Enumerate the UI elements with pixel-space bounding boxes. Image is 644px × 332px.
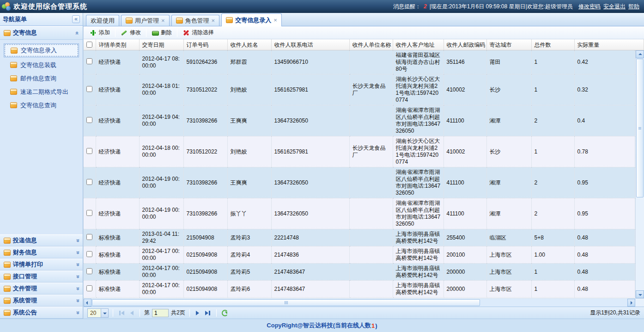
- table-row[interactable]: 经济快递2012-04-18 01:00:007310512022刘艳姣1561…: [84, 74, 635, 105]
- row-checkbox[interactable]: [86, 117, 92, 123]
- sidebar-section-4[interactable]: 详情单打印«: [0, 258, 83, 271]
- table-row[interactable]: 经济快递2012-04-19 00:00:007310398266王爽爽1364…: [84, 167, 635, 198]
- cell-destination-city: 长沙: [486, 136, 531, 167]
- sidebar-section-7[interactable]: 系统管理«: [0, 295, 83, 307]
- first-page-button[interactable]: [117, 311, 126, 315]
- cell-company-name: [349, 281, 393, 298]
- copyright-suffix: ): [375, 322, 377, 329]
- column-customer-address[interactable]: 收件人客户地址: [393, 39, 444, 50]
- sidebar-item[interactable]: 邮件信息查询: [0, 72, 83, 85]
- row-checkbox[interactable]: [86, 210, 92, 216]
- column-postal-code[interactable]: 收件人邮政编码: [444, 39, 486, 50]
- cell-post-date: 2012-04-17 08:00:00: [139, 50, 183, 74]
- vertical-scrollbar-thumb[interactable]: [636, 59, 644, 197]
- column-recipient-phone[interactable]: 收件人联系电话: [271, 39, 349, 50]
- help-link[interactable]: 帮助: [628, 3, 639, 10]
- vertical-scrollbar[interactable]: [635, 50, 644, 298]
- chevron-double-up-icon[interactable]: «: [74, 31, 81, 34]
- sidebar-section-5[interactable]: 接口管理«: [0, 271, 83, 283]
- column-category[interactable]: 详情单类别: [96, 39, 139, 50]
- cell-company-name: [349, 50, 393, 74]
- cell-total-count: 2: [531, 198, 574, 229]
- page-size-select[interactable]: 20: [87, 308, 109, 318]
- row-checkbox[interactable]: [86, 251, 92, 257]
- horizontal-scrollbar[interactable]: [84, 298, 635, 307]
- row-checkbox[interactable]: [86, 148, 92, 154]
- topbar: 欢迎使用综合管理系统 消息提醒： 2 |现在是:2013年1月6日 09:59:…: [0, 0, 644, 13]
- chevron-double-down-icon[interactable]: «: [74, 251, 81, 254]
- sidebar-item[interactable]: 交寄信息录入: [4, 43, 79, 57]
- cell-recipient-name: 孟玲莉5: [227, 264, 271, 281]
- chevron-double-down-icon[interactable]: «: [74, 299, 81, 302]
- column-post-date[interactable]: 交寄日期: [139, 39, 183, 50]
- tab-3[interactable]: 角色管理×: [171, 15, 220, 26]
- column-destination-city[interactable]: 寄达城市: [486, 39, 531, 50]
- sidebar-item[interactable]: 速递二期格式导出: [0, 85, 83, 98]
- column-company-name[interactable]: 收件人单位名称: [349, 39, 393, 50]
- column-total-count[interactable]: 总件数: [531, 39, 574, 50]
- tab-close-icon[interactable]: ×: [161, 18, 165, 23]
- prev-page-button[interactable]: [128, 311, 135, 315]
- scroll-up-icon[interactable]: [636, 50, 644, 58]
- next-page-button[interactable]: [194, 311, 201, 315]
- column-actual-weight[interactable]: 实际重量: [574, 39, 644, 50]
- last-page-button[interactable]: [203, 311, 212, 315]
- row-checkbox[interactable]: [86, 58, 92, 64]
- scroll-right-icon[interactable]: [627, 299, 635, 307]
- chevron-double-down-icon[interactable]: «: [74, 311, 81, 314]
- tab-close-icon[interactable]: ×: [212, 18, 215, 23]
- row-checkbox[interactable]: [86, 86, 92, 92]
- chevron-down-icon[interactable]: [101, 309, 108, 317]
- chevron-double-down-icon[interactable]: «: [74, 287, 81, 290]
- horizontal-scrollbar-thumb[interactable]: [92, 299, 480, 306]
- cell-destination-city: 湘潭: [486, 198, 531, 229]
- toolbar-button-add[interactable]: 添加: [85, 28, 114, 37]
- tab-4[interactable]: 交寄信息录入×: [221, 13, 282, 26]
- chevron-double-down-icon[interactable]: «: [74, 263, 81, 266]
- column-order-number[interactable]: 订单号码: [183, 39, 227, 50]
- sidebar-section-6[interactable]: 文件管理«: [0, 283, 83, 295]
- logout-link[interactable]: 安全退出: [603, 3, 626, 10]
- column-recipient-name[interactable]: 收件人姓名: [227, 39, 271, 50]
- select-all-checkbox[interactable]: [86, 42, 92, 48]
- table-row[interactable]: 标准快递2012-04-17 00:00:000215094908孟玲莉6214…: [84, 281, 635, 298]
- row-checkbox[interactable]: [86, 179, 92, 185]
- row-checkbox[interactable]: [86, 285, 92, 291]
- tab-2[interactable]: 用户管理×: [121, 15, 170, 26]
- cell-recipient-name: 王爽爽: [227, 105, 271, 136]
- cell-recipient-phone: 15616257981: [271, 74, 349, 105]
- scroll-left-icon[interactable]: [84, 299, 91, 307]
- row-checkbox[interactable]: [86, 268, 92, 274]
- chevron-double-down-icon[interactable]: «: [74, 239, 81, 242]
- sidebar-section-1[interactable]: 交寄信息«: [0, 26, 83, 40]
- cell-recipient-name: 郑群霞: [227, 50, 271, 74]
- table-row[interactable]: 标准快递2012-04-17 00:00:000215094908孟玲莉4214…: [84, 246, 635, 264]
- cell-total-count: 2: [531, 105, 574, 136]
- tab-close-icon[interactable]: ×: [273, 18, 277, 23]
- sidebar-item[interactable]: 交寄信息装载: [0, 58, 83, 72]
- refresh-icon[interactable]: [222, 310, 228, 316]
- toolbar-button-clear-selection[interactable]: 清除选择: [178, 28, 218, 37]
- scroll-down-icon[interactable]: [636, 290, 644, 298]
- sidebar-section-3[interactable]: 财务信息«: [0, 246, 83, 258]
- change-password-link[interactable]: 修改密码: [578, 3, 601, 10]
- table-row[interactable]: 标准快递2013-01-04 11:29:42215094908孟玲莉32221…: [84, 229, 635, 246]
- cell-actual-weight: 0.48: [574, 281, 635, 298]
- table-row[interactable]: 标准快递2012-04-17 00:00:000215094908孟玲莉5214…: [84, 264, 635, 281]
- table-row[interactable]: 经济快递2012-04-17 08:00:005910264236郑群霞1345…: [84, 50, 635, 74]
- row-checkbox[interactable]: [86, 234, 92, 240]
- table-row[interactable]: 经济快递2012-04-19 04:00:007310398266王爽爽1364…: [84, 105, 635, 136]
- page-number-input[interactable]: [152, 309, 169, 317]
- table-row[interactable]: 经济快递2012-04-18 00:00:007310512022刘艳姣1561…: [84, 136, 635, 167]
- chevron-double-down-icon[interactable]: «: [74, 275, 81, 278]
- sidebar-collapse-icon[interactable]: «: [72, 15, 80, 23]
- table-row[interactable]: 经济快递2012-04-19 00:00:007310398266振丫丫1364…: [84, 198, 635, 229]
- message-count[interactable]: 2: [424, 3, 427, 10]
- sidebar-section-8[interactable]: 系统公告«: [0, 307, 83, 319]
- package-icon: [4, 238, 11, 244]
- sidebar-item[interactable]: 交寄信息查询: [0, 98, 83, 112]
- toolbar-button-delete[interactable]: 删除: [147, 28, 176, 37]
- sidebar-section-2[interactable]: 投递信息«: [0, 234, 83, 246]
- tab-1[interactable]: 欢迎使用: [86, 15, 119, 26]
- toolbar-button-edit[interactable]: 修改: [116, 28, 145, 37]
